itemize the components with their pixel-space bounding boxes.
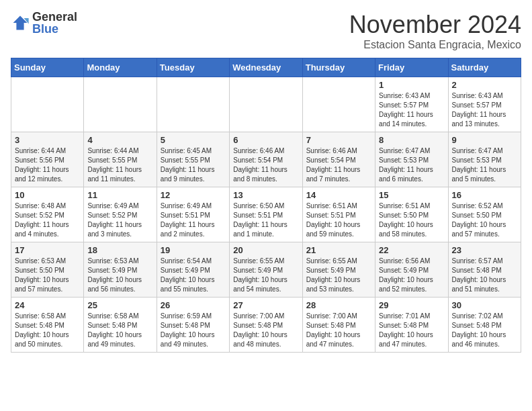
calendar-day-cell: 7Sunrise: 6:46 AM Sunset: 5:54 PM Daylig…: [302, 132, 375, 187]
calendar-week-row: 3Sunrise: 6:44 AM Sunset: 5:56 PM Daylig…: [11, 132, 521, 187]
day-number: 26: [161, 300, 226, 310]
calendar-day-cell: 20Sunrise: 6:55 AM Sunset: 5:49 PM Dayli…: [230, 242, 302, 298]
calendar-day-cell: 24Sunrise: 6:58 AM Sunset: 5:48 PM Dayli…: [11, 298, 84, 353]
calendar-day-cell: 3Sunrise: 6:44 AM Sunset: 5:56 PM Daylig…: [11, 132, 84, 187]
day-number: 8: [379, 135, 444, 145]
month-title: November 2024: [349, 11, 521, 39]
calendar-day-cell: [302, 77, 375, 132]
calendar-day-cell: 19Sunrise: 6:54 AM Sunset: 5:49 PM Dayli…: [157, 242, 229, 298]
logo-icon: [11, 13, 30, 32]
day-info: Sunrise: 6:50 AM Sunset: 5:51 PM Dayligh…: [233, 201, 298, 239]
day-number: 29: [379, 300, 444, 310]
location-subtitle: Estacion Santa Engracia, Mexico: [349, 39, 521, 51]
day-info: Sunrise: 6:55 AM Sunset: 5:49 PM Dayligh…: [306, 257, 371, 294]
calendar-week-row: 24Sunrise: 6:58 AM Sunset: 5:48 PM Dayli…: [11, 298, 521, 353]
calendar-day-cell: 8Sunrise: 6:47 AM Sunset: 5:53 PM Daylig…: [375, 132, 448, 187]
day-number: 30: [452, 300, 517, 310]
day-number: 28: [306, 300, 371, 310]
calendar-day-cell: 15Sunrise: 6:51 AM Sunset: 5:50 PM Dayli…: [375, 187, 448, 242]
day-number: 23: [452, 245, 517, 255]
weekday-header-cell: Saturday: [448, 58, 521, 77]
calendar-week-row: 17Sunrise: 6:53 AM Sunset: 5:50 PM Dayli…: [11, 242, 521, 298]
day-info: Sunrise: 6:58 AM Sunset: 5:48 PM Dayligh…: [15, 312, 80, 349]
day-info: Sunrise: 6:51 AM Sunset: 5:51 PM Dayligh…: [306, 201, 371, 239]
day-number: 6: [233, 135, 298, 145]
calendar-day-cell: 25Sunrise: 6:58 AM Sunset: 5:48 PM Dayli…: [84, 298, 157, 353]
day-number: 3: [15, 135, 80, 145]
weekday-header-cell: Tuesday: [157, 58, 229, 77]
calendar-body: 1Sunrise: 6:43 AM Sunset: 5:57 PM Daylig…: [11, 77, 521, 353]
calendar-day-cell: 10Sunrise: 6:48 AM Sunset: 5:52 PM Dayli…: [11, 187, 84, 242]
weekday-header-cell: Thursday: [302, 58, 375, 77]
calendar-day-cell: 5Sunrise: 6:45 AM Sunset: 5:55 PM Daylig…: [157, 132, 229, 187]
calendar-day-cell: 23Sunrise: 6:57 AM Sunset: 5:48 PM Dayli…: [448, 242, 521, 298]
page-header: General Blue November 2024 Estacion Sant…: [11, 11, 521, 51]
day-info: Sunrise: 6:55 AM Sunset: 5:49 PM Dayligh…: [233, 257, 298, 294]
calendar-day-cell: 27Sunrise: 7:00 AM Sunset: 5:48 PM Dayli…: [230, 298, 302, 353]
day-info: Sunrise: 6:56 AM Sunset: 5:49 PM Dayligh…: [379, 257, 444, 294]
day-number: 5: [161, 135, 226, 145]
day-number: 24: [15, 300, 80, 310]
weekday-header-cell: Sunday: [11, 58, 84, 77]
day-number: 1: [379, 80, 444, 90]
calendar-day-cell: 28Sunrise: 7:00 AM Sunset: 5:48 PM Dayli…: [302, 298, 375, 353]
day-info: Sunrise: 6:57 AM Sunset: 5:48 PM Dayligh…: [452, 257, 517, 294]
calendar-day-cell: 17Sunrise: 6:53 AM Sunset: 5:50 PM Dayli…: [11, 242, 84, 298]
day-number: 19: [161, 245, 226, 255]
day-info: Sunrise: 6:45 AM Sunset: 5:55 PM Dayligh…: [161, 146, 226, 184]
day-info: Sunrise: 6:49 AM Sunset: 5:51 PM Dayligh…: [161, 201, 226, 239]
day-info: Sunrise: 6:51 AM Sunset: 5:50 PM Dayligh…: [379, 201, 444, 239]
day-info: Sunrise: 6:48 AM Sunset: 5:52 PM Dayligh…: [15, 201, 80, 239]
weekday-header-cell: Monday: [84, 58, 157, 77]
calendar-day-cell: [11, 77, 84, 132]
day-info: Sunrise: 6:44 AM Sunset: 5:55 PM Dayligh…: [87, 146, 152, 184]
day-info: Sunrise: 6:44 AM Sunset: 5:56 PM Dayligh…: [15, 146, 80, 184]
weekday-header-cell: Friday: [375, 58, 448, 77]
day-number: 22: [379, 245, 444, 255]
logo: General Blue: [11, 11, 77, 35]
day-info: Sunrise: 6:53 AM Sunset: 5:49 PM Dayligh…: [87, 257, 152, 294]
calendar-day-cell: 11Sunrise: 6:49 AM Sunset: 5:52 PM Dayli…: [84, 187, 157, 242]
day-number: 20: [233, 245, 298, 255]
calendar-day-cell: 4Sunrise: 6:44 AM Sunset: 5:55 PM Daylig…: [84, 132, 157, 187]
day-info: Sunrise: 6:46 AM Sunset: 5:54 PM Dayligh…: [306, 146, 371, 184]
calendar-table: SundayMondayTuesdayWednesdayThursdayFrid…: [11, 58, 521, 353]
day-info: Sunrise: 6:52 AM Sunset: 5:50 PM Dayligh…: [452, 201, 517, 239]
day-number: 14: [306, 190, 371, 200]
day-info: Sunrise: 6:53 AM Sunset: 5:50 PM Dayligh…: [15, 257, 80, 294]
day-number: 11: [87, 190, 152, 200]
day-info: Sunrise: 7:00 AM Sunset: 5:48 PM Dayligh…: [306, 312, 371, 349]
calendar-day-cell: 9Sunrise: 6:47 AM Sunset: 5:53 PM Daylig…: [448, 132, 521, 187]
calendar-day-cell: 6Sunrise: 6:46 AM Sunset: 5:54 PM Daylig…: [230, 132, 302, 187]
day-info: Sunrise: 7:02 AM Sunset: 5:48 PM Dayligh…: [452, 312, 517, 349]
logo-general-text: General: [32, 11, 77, 23]
calendar-day-cell: 22Sunrise: 6:56 AM Sunset: 5:49 PM Dayli…: [375, 242, 448, 298]
day-number: 16: [452, 190, 517, 200]
day-info: Sunrise: 7:01 AM Sunset: 5:48 PM Dayligh…: [379, 312, 444, 349]
day-number: 12: [161, 190, 226, 200]
calendar-day-cell: 26Sunrise: 6:59 AM Sunset: 5:48 PM Dayli…: [157, 298, 229, 353]
day-info: Sunrise: 6:47 AM Sunset: 5:53 PM Dayligh…: [452, 146, 517, 184]
day-number: 21: [306, 245, 371, 255]
calendar-week-row: 10Sunrise: 6:48 AM Sunset: 5:52 PM Dayli…: [11, 187, 521, 242]
day-info: Sunrise: 6:49 AM Sunset: 5:52 PM Dayligh…: [87, 201, 152, 239]
day-number: 25: [87, 300, 152, 310]
day-number: 10: [15, 190, 80, 200]
calendar-day-cell: 12Sunrise: 6:49 AM Sunset: 5:51 PM Dayli…: [157, 187, 229, 242]
day-info: Sunrise: 6:43 AM Sunset: 5:57 PM Dayligh…: [379, 91, 444, 129]
calendar-day-cell: 29Sunrise: 7:01 AM Sunset: 5:48 PM Dayli…: [375, 298, 448, 353]
calendar-day-cell: 13Sunrise: 6:50 AM Sunset: 5:51 PM Dayli…: [230, 187, 302, 242]
calendar-day-cell: [230, 77, 302, 132]
day-number: 7: [306, 135, 371, 145]
day-info: Sunrise: 6:43 AM Sunset: 5:57 PM Dayligh…: [452, 91, 517, 129]
day-number: 9: [452, 135, 517, 145]
day-info: Sunrise: 6:58 AM Sunset: 5:48 PM Dayligh…: [87, 312, 152, 349]
calendar-day-cell: 30Sunrise: 7:02 AM Sunset: 5:48 PM Dayli…: [448, 298, 521, 353]
calendar-day-cell: [157, 77, 229, 132]
calendar-day-cell: 16Sunrise: 6:52 AM Sunset: 5:50 PM Dayli…: [448, 187, 521, 242]
day-info: Sunrise: 6:46 AM Sunset: 5:54 PM Dayligh…: [233, 146, 298, 184]
svg-marker-0: [13, 16, 28, 30]
title-area: November 2024 Estacion Santa Engracia, M…: [349, 11, 521, 51]
day-info: Sunrise: 6:47 AM Sunset: 5:53 PM Dayligh…: [379, 146, 444, 184]
weekday-header-cell: Wednesday: [230, 58, 302, 77]
